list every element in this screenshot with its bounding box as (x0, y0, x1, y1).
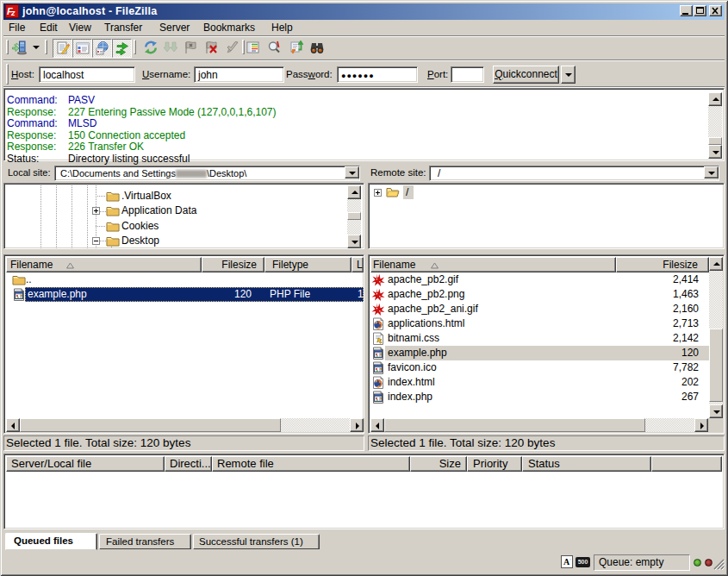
svg-text:z: z (10, 9, 16, 17)
